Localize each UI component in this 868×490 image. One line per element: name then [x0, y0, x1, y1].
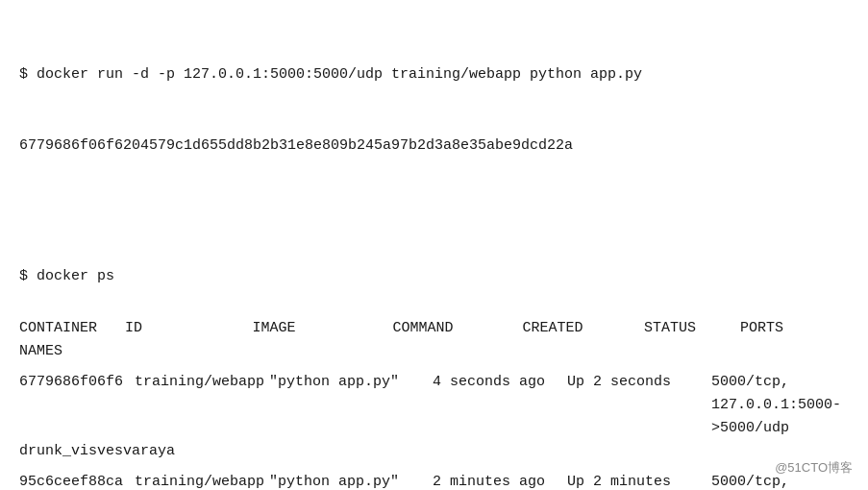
command-line-1: $ docker run -d -p 127.0.0.1:5000:5000/u… [19, 63, 849, 86]
header-status: STATUS [615, 317, 740, 340]
header-id: ID [125, 317, 202, 340]
watermark-label: @51CTO博客 [775, 458, 853, 478]
table-row: 6779686f06f6 training/webapp "python app… [19, 371, 849, 440]
cell-id: 95c6ceef88ca [19, 471, 125, 490]
cell-status: Up 2 seconds [558, 371, 711, 440]
terminal-output: $ docker run -d -p 127.0.0.1:5000:5000/u… [19, 17, 849, 313]
header-command: COMMAND [327, 317, 490, 340]
names-label: NAMES [19, 343, 62, 359]
header-container: CONTAINER [19, 317, 125, 340]
cell-command: "python app.py" [269, 471, 433, 490]
cell-image: training/webapp [125, 471, 269, 490]
cell-ports-1: 5000/tcp, 127.0.0.1:5000->5000/udp [711, 371, 849, 440]
cell-image: training/webapp [125, 371, 269, 440]
header-ports: PORTS [740, 317, 817, 340]
cell-id: 6779686f06f6 [19, 371, 125, 440]
table-header-row: CONTAINER ID IMAGE COMMAND CREATED STATU… [19, 317, 849, 340]
cell-status: Up 2 minutes [558, 471, 711, 490]
cell-command: "python app.py" [269, 371, 433, 440]
container-table: 6779686f06f6 training/webapp "python app… [19, 371, 849, 490]
header-created: CREATED [490, 317, 615, 340]
hash-line-1: 6779686f06f6204579c1d655dd8b2b31e8e809b2… [19, 135, 849, 158]
command-line-2: $ docker ps [19, 265, 849, 288]
header-image: IMAGE [202, 317, 327, 340]
table-row: 95c6ceef88ca training/webapp "python app… [19, 471, 849, 490]
header-names-row: NAMES [19, 340, 849, 363]
table-row-name: drunk_visvesvaraya [19, 440, 849, 463]
cell-created: 2 minutes ago [433, 471, 558, 490]
cell-created: 4 seconds ago [433, 371, 558, 440]
